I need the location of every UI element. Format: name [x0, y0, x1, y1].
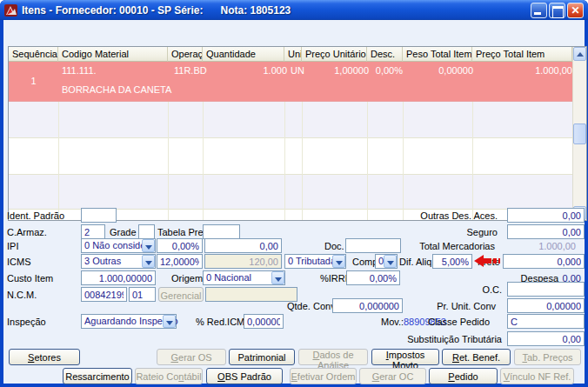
pr-unit-conv-label: Pr. Unit. Conv [383, 301, 496, 311]
ncm-input[interactable] [81, 287, 127, 302]
dif-aliq-input[interactable] [432, 254, 472, 269]
pedido-button[interactable]: Pedido [429, 368, 498, 384]
grid-row-selected[interactable]: 1 111.111. BORRACHA DA CANETA 11R.BD 1.0… [9, 62, 572, 102]
dialog-body: Sequência Codigo Material Operação Quant… [3, 20, 585, 384]
doc-label: Doc. [324, 241, 344, 251]
substituicao-input[interactable] [507, 331, 585, 346]
cell-codigo: 111.111. [62, 65, 97, 76]
rateio-contabil-button: Rateio Contábil [135, 368, 203, 384]
chevron-down-icon[interactable] [332, 255, 345, 268]
origem-label: Origem [171, 273, 203, 284]
cell-peso-total: 0,00000 [407, 65, 473, 76]
chevron-down-icon[interactable] [163, 315, 176, 328]
outras-des-input[interactable] [507, 208, 585, 223]
classe-pedido-label: Classe Pedido [383, 317, 490, 327]
close-button[interactable] [567, 3, 584, 18]
tabela-preco-input[interactable] [203, 224, 240, 239]
scroll-thumb[interactable] [573, 123, 586, 144]
grid-body: 1 111.111. BORRACHA DA CANETA 11R.BD 1.0… [9, 62, 572, 220]
grid-scrollbar[interactable] [572, 47, 586, 220]
chevron-down-icon[interactable] [384, 255, 397, 268]
ipi-select[interactable]: 0 Não considera [81, 238, 156, 253]
chevron-down-icon[interactable] [142, 255, 155, 268]
grade-input[interactable] [138, 224, 155, 239]
col-codigo[interactable]: Codigo Material [58, 47, 168, 62]
grid-empty-row [9, 102, 572, 138]
titlebar[interactable]: Itens - Fornecedor: 00010 - SP Série: No… [0, 0, 588, 20]
minimize-button[interactable] [531, 3, 547, 18]
red-icms-input[interactable] [244, 314, 284, 329]
seguro-label: Seguro [383, 227, 498, 237]
cell-preco-unitario: 1,00000 [306, 65, 369, 76]
gerar-os-button: Gerar OS [157, 349, 226, 365]
grade-label: Grade [110, 227, 137, 237]
obs-padrao-button[interactable]: OBS Padrão [206, 368, 283, 384]
cell-operacao: 11R.BD [174, 65, 207, 76]
ident-padrao-input[interactable] [81, 208, 117, 223]
cell-sequencia: 1 [9, 62, 58, 102]
chevron-down-icon[interactable] [271, 271, 284, 284]
window-title: Itens - Fornecedor: 00010 - SP Série: No… [22, 4, 531, 17]
col-quantidade[interactable]: Quantidade [203, 47, 284, 62]
col-preco-total[interactable]: Preço Total Item [472, 47, 572, 62]
substituicao-label: Substituição Tributária [383, 334, 502, 344]
col-uni[interactable]: Uni. [284, 47, 302, 62]
vinculo-nf-button: Vínculo NF Ref. [500, 368, 574, 384]
cell-desc: 0,00% [371, 65, 403, 76]
ncm-label: N.C.M. [7, 290, 37, 300]
custo-item-input[interactable] [81, 270, 156, 285]
chevron-down-icon[interactable] [142, 239, 155, 252]
compl-select[interactable]: 0 [375, 254, 398, 269]
custo-item-label: Custo Item [7, 273, 53, 284]
icms-percent-input[interactable] [157, 254, 203, 269]
ipi-percent-input[interactable] [157, 238, 203, 253]
icms-select[interactable]: 3 Outras [81, 254, 156, 269]
ncm-sufixo-input[interactable] [129, 287, 156, 302]
total-mercadorias-label: Total Mercadorias [374, 241, 495, 251]
patrimonial-button[interactable]: Patrimonial [229, 349, 295, 365]
origem-select[interactable]: 0 Nacional [203, 270, 285, 285]
scroll-up-icon[interactable] [573, 47, 586, 61]
icms-situacao-select[interactable]: 0 Tributada [284, 254, 346, 269]
col-sequencia[interactable]: Sequência [9, 47, 58, 62]
maximize-button[interactable] [549, 3, 565, 18]
ressarcimento-button[interactable]: Ressarcimento [63, 368, 132, 384]
oc-input[interactable] [507, 282, 585, 297]
app-icon [4, 3, 18, 17]
seguro-input[interactable] [507, 224, 585, 239]
ncm-gerencial-input [205, 287, 297, 302]
ipi-label: IPI [7, 241, 18, 251]
efetivar-ordem-button: Efetivar Ordem [290, 368, 357, 384]
dados-analise-button: Dados de Análise [298, 349, 368, 365]
ipi-value-input[interactable] [204, 238, 282, 253]
pr-unit-conv-input[interactable] [507, 298, 585, 313]
inspecao-label: Inspeção [7, 317, 46, 327]
cell-quantidade: 1.000 [207, 65, 287, 76]
dif-aliq-label: Dif. Aliq. [399, 257, 434, 267]
col-operacao[interactable]: Operação [168, 47, 203, 62]
gerencial-button: Gerencial [158, 287, 204, 302]
oc-label: O.C. [383, 284, 502, 295]
grid-empty-row [9, 175, 572, 210]
c-armaz-input[interactable] [81, 224, 105, 239]
classe-pedido-input[interactable] [507, 314, 585, 329]
irrf-input[interactable] [346, 270, 400, 285]
icms-label: ICMS [7, 257, 31, 267]
gerar-oc-button: Gerar OC [359, 368, 426, 384]
cell-preco-total: 1.000,00 [477, 65, 572, 76]
cell-uni: UN [291, 65, 304, 76]
icms-base-input [204, 254, 282, 269]
ret-benef-button[interactable]: Ret. Benef. [442, 349, 511, 365]
impostos-movto-button[interactable]: Impostos Movto [371, 349, 439, 365]
dialog-window: Itens - Fornecedor: 00010 - SP Série: No… [0, 0, 588, 387]
col-desc[interactable]: Desc. [367, 47, 403, 62]
col-preco-unitario[interactable]: Preço Unitário [302, 47, 367, 62]
setores-button[interactable]: Setores [9, 349, 80, 365]
col-peso-total[interactable]: Peso Total Item [403, 47, 472, 62]
total-mercadorias-value: 1.000,00 [487, 241, 576, 251]
frete-input[interactable] [503, 254, 585, 269]
inspecao-select[interactable]: Aguardando Inspeção [81, 314, 177, 329]
outras-des-label: Outras Des. Aces. [383, 210, 498, 221]
cell-descricao: BORRACHA DA CANETA [62, 84, 171, 95]
annotation-arrow-icon [473, 254, 500, 268]
